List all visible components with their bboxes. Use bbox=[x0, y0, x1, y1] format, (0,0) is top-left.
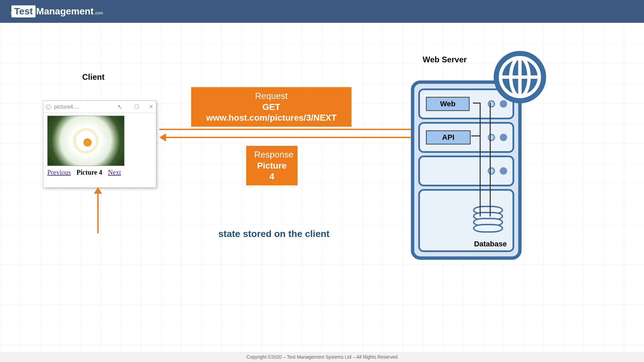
tab-title: picture4.... bbox=[54, 104, 117, 110]
wire-line bbox=[490, 103, 491, 217]
request-arrow-line bbox=[159, 129, 414, 130]
minimize-icon[interactable]: ☐ bbox=[134, 104, 139, 110]
rack-unit-3 bbox=[418, 156, 514, 186]
header-bar: ::: Test Management .com bbox=[0, 0, 644, 23]
logo: ::: Test Management .com bbox=[10, 5, 103, 17]
previous-link[interactable]: Previous bbox=[47, 169, 71, 176]
api-unit-label: API bbox=[426, 130, 471, 144]
next-link[interactable]: Next bbox=[108, 169, 121, 176]
request-line: GET www.host.com/pictures/3/NEXT bbox=[199, 102, 343, 123]
globe-tab-icon bbox=[46, 104, 51, 110]
server-rack: Web API Database bbox=[411, 80, 522, 260]
request-title: Request bbox=[199, 90, 343, 102]
client-state-arrow-head-icon bbox=[94, 187, 102, 194]
browser-titlebar: picture4.... ↖ ☐ ✕ bbox=[43, 101, 156, 113]
logo-mgmt: Management bbox=[36, 6, 94, 17]
server-label: Web Server bbox=[423, 55, 467, 64]
copyright: Copyright ©2020 – Test Management System… bbox=[247, 354, 398, 360]
browser-window: picture4.... ↖ ☐ ✕ Previous Picture 4 Ne… bbox=[43, 101, 156, 188]
state-caption: state stored on the client bbox=[218, 229, 329, 239]
logo-dots-icon: ::: bbox=[10, 11, 11, 15]
window-controls: ☐ ✕ bbox=[134, 104, 153, 110]
close-icon[interactable]: ✕ bbox=[149, 104, 153, 110]
footer: Copyright ©2020 – Test Management System… bbox=[0, 352, 644, 362]
logo-test: Test bbox=[11, 5, 36, 17]
logo-suffix: .com bbox=[94, 11, 103, 15]
led-icon bbox=[488, 167, 495, 175]
web-unit-label: Web bbox=[426, 97, 470, 111]
request-box: Request GET www.host.com/pictures/3/NEXT bbox=[191, 87, 352, 127]
wire-line bbox=[473, 103, 481, 104]
nav-row: Previous Picture 4 Next bbox=[47, 169, 152, 176]
led-icon bbox=[488, 134, 495, 141]
wire-line bbox=[480, 103, 481, 217]
response-title: Response bbox=[254, 149, 289, 160]
client-label: Client bbox=[82, 72, 105, 82]
globe-icon bbox=[491, 49, 548, 106]
client-state-arrow-line bbox=[97, 193, 99, 233]
wire-line bbox=[471, 135, 481, 136]
rack-frame: Web API bbox=[411, 80, 522, 260]
current-picture-label: Picture 4 bbox=[76, 169, 102, 176]
cursor-icon: ↖ bbox=[117, 103, 122, 111]
browser-body: Previous Picture 4 Next bbox=[43, 113, 156, 179]
response-box: Response Picture 4 bbox=[246, 146, 298, 185]
response-arrow-head-icon bbox=[159, 133, 166, 141]
led-icon bbox=[500, 167, 507, 175]
picture-image bbox=[47, 116, 124, 166]
response-line: Picture 4 bbox=[254, 160, 289, 182]
led-icon bbox=[500, 134, 507, 141]
response-arrow-line bbox=[166, 137, 421, 138]
database-icon bbox=[473, 208, 503, 240]
database-label: Database bbox=[474, 240, 507, 248]
rack-unit-api: API bbox=[418, 122, 514, 153]
